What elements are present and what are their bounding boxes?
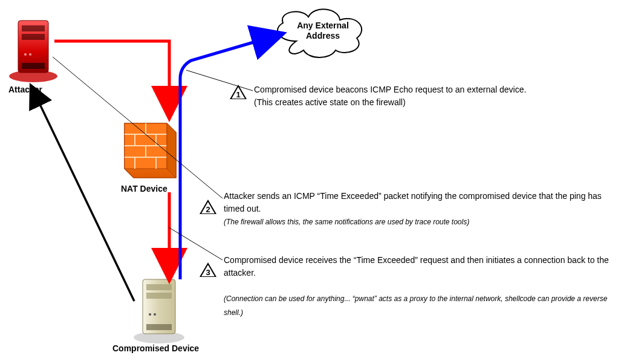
step-3-number: 3 bbox=[204, 268, 212, 277]
step-1-triangle: 1 bbox=[230, 85, 247, 99]
cloud-label-line1: Any External bbox=[297, 21, 349, 30]
step-3-text: Compromised device receives the “Time Ex… bbox=[224, 254, 611, 319]
arrow-attacker-to-nat bbox=[54, 41, 169, 104]
svg-point-0 bbox=[9, 70, 57, 82]
arrow-device-to-cloud bbox=[180, 37, 270, 279]
step-2-line2: (The firewall allows this, the same noti… bbox=[224, 218, 469, 226]
svg-point-21 bbox=[149, 313, 151, 316]
step-2-triangle: 2 bbox=[200, 200, 216, 214]
attacker-icon bbox=[9, 21, 57, 82]
svg-rect-4 bbox=[22, 63, 45, 69]
attacker-label: Attacker bbox=[8, 85, 42, 94]
callout-line-3 bbox=[169, 227, 223, 260]
step-1-text: Compromised device beacons ICMP Echo req… bbox=[254, 83, 593, 109]
svg-rect-19 bbox=[146, 293, 172, 299]
step-1-line1: Compromised device beacons ICMP Echo req… bbox=[254, 85, 526, 94]
svg-rect-20 bbox=[146, 324, 172, 330]
svg-point-22 bbox=[154, 313, 156, 316]
callout-line-2 bbox=[53, 57, 223, 198]
diagram-stage: Attacker Any External Address NAT Device… bbox=[0, 0, 621, 364]
step-2-text: Attacker sends an ICMP “Time Exceeded” p… bbox=[224, 190, 617, 228]
step-2-line1: Attacker sends an ICMP “Time Exceeded” p… bbox=[224, 191, 602, 213]
svg-rect-17 bbox=[143, 279, 175, 334]
step-3-line2: (Connection can be used for anything... … bbox=[224, 294, 607, 317]
step-3-line1: Compromised device receives the “Time Ex… bbox=[224, 255, 609, 278]
svg-point-5 bbox=[24, 53, 27, 56]
step-1-number: 1 bbox=[235, 90, 242, 99]
step-3-triangle: 3 bbox=[200, 262, 216, 277]
svg-point-6 bbox=[29, 53, 31, 56]
cloud-label: Any External Address bbox=[287, 21, 359, 41]
arrow-device-to-attacker bbox=[35, 94, 134, 301]
svg-rect-1 bbox=[18, 21, 48, 73]
svg-point-16 bbox=[134, 331, 184, 343]
compromised-icon bbox=[134, 279, 184, 343]
step-2-number: 2 bbox=[204, 205, 212, 214]
nat-icon bbox=[125, 123, 176, 178]
cloud-label-line2: Address bbox=[306, 31, 340, 41]
nat-label: NAT Device bbox=[121, 184, 167, 193]
step-1-line2: (This creates active state on the firewa… bbox=[254, 97, 406, 107]
svg-rect-3 bbox=[22, 34, 45, 40]
compromised-label: Compromised Device bbox=[112, 343, 199, 353]
svg-rect-18 bbox=[146, 284, 172, 290]
svg-rect-2 bbox=[22, 25, 45, 31]
